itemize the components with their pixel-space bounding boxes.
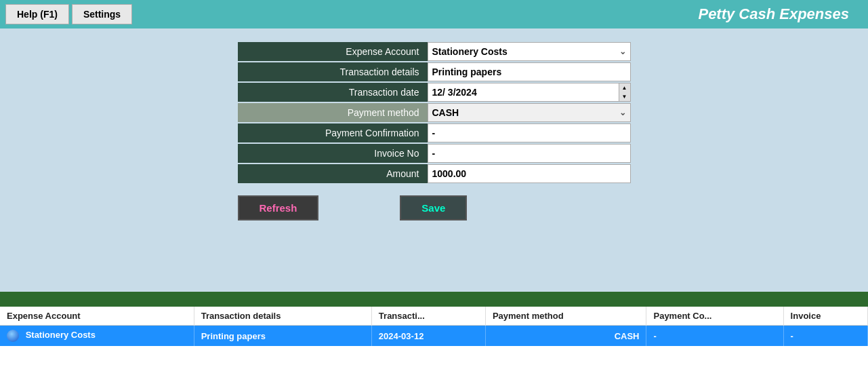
col-transaction-details: Transaction details [194,307,371,326]
date-spinner[interactable]: ▲ ▼ [619,83,630,101]
buttons-row: Refresh Save [238,195,631,220]
transaction-details-row: Transaction details [238,62,631,81]
amount-row: Amount [238,164,631,183]
cell-expense-account: Stationery Costs [0,326,194,347]
chevron-down-icon: ⌄ [619,108,626,117]
date-up-button[interactable]: ▲ [619,83,630,92]
payment-method-label: Payment method [238,103,428,122]
cell-transaction-date: 2024-03-12 [371,326,485,347]
payment-confirmation-input[interactable] [428,123,631,142]
expense-account-row: Expense Account Stationery Costs ⌄ [238,42,631,61]
col-payment-method: Payment method [485,307,646,326]
expense-account-value: Stationery Costs [432,46,508,57]
invoice-no-label: Invoice No [238,144,428,163]
cell-invoice: - [783,326,867,347]
col-payment-confirmation: Payment Co... [646,307,783,326]
transaction-date-input[interactable] [428,84,619,100]
amount-input[interactable] [428,164,631,183]
transaction-details-input[interactable] [428,62,631,81]
cell-payment-confirmation: - [646,326,783,347]
cell-transaction-details: Printing papers [194,326,371,347]
table-header-row: Expense Account Transaction details Tran… [0,307,868,326]
table-header-bar [0,292,868,307]
form-container: Expense Account Stationery Costs ⌄ Trans… [238,42,631,185]
invoice-no-input[interactable] [428,144,631,163]
app-title: Petty Cash Expenses [698,5,863,23]
payment-confirmation-label: Payment Confirmation [238,123,428,142]
help-button[interactable]: Help (F1) [5,4,69,24]
transaction-date-row: Transaction date ▲ ▼ [238,83,631,102]
amount-label: Amount [238,164,428,183]
col-invoice: Invoice [783,307,867,326]
payment-method-value: CASH [432,107,459,118]
date-down-button[interactable]: ▼ [619,92,630,101]
expense-account-label: Expense Account [238,42,428,61]
table-section: Expense Account Transaction details Tran… [0,292,868,365]
col-transaction-date: Transacti... [371,307,485,326]
save-button[interactable]: Save [400,195,467,220]
main-content: Expense Account Stationery Costs ⌄ Trans… [0,28,868,220]
invoice-no-row: Invoice No [238,144,631,163]
table-row[interactable]: Stationery Costs Printing papers 2024-03… [0,326,868,347]
payment-method-select[interactable]: CASH ⌄ [428,103,631,122]
table-row-empty [0,346,868,365]
chevron-down-icon: ⌄ [619,47,626,56]
refresh-button[interactable]: Refresh [238,195,319,220]
payment-method-row: Payment method CASH ⌄ [238,103,631,122]
settings-button[interactable]: Settings [72,4,132,24]
top-bar: Help (F1) Settings Petty Cash Expenses [0,0,868,28]
transaction-date-field: ▲ ▼ [428,83,631,102]
payment-confirmation-row: Payment Confirmation [238,123,631,142]
expenses-table: Expense Account Transaction details Tran… [0,307,868,365]
transaction-details-label: Transaction details [238,62,428,81]
cell-payment-method: CASH [485,326,646,347]
row-icon [7,330,19,342]
transaction-date-label: Transaction date [238,83,428,102]
col-expense-account: Expense Account [0,307,194,326]
expense-account-select[interactable]: Stationery Costs ⌄ [428,42,631,61]
